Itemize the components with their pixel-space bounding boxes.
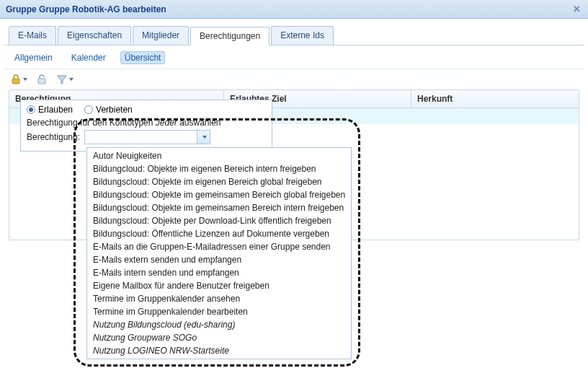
radio-unchecked-icon [84,105,93,114]
dropdown-option[interactable]: Nutzung Groupware SOGo [87,331,351,344]
dropdown-option[interactable]: Nutzung LOGINEO NRW-Startseite [87,344,351,357]
radio-verbieten-label: Verbieten [96,105,133,115]
radio-erlauben-label: Erlauben [38,105,73,115]
dropdown-option[interactable]: Bildungscloud: Objekte im gemeinsamen Be… [87,188,351,201]
subtab-kalender[interactable]: Kalender [67,51,110,64]
dropdown-option[interactable]: Bildungscloud: Objekte im gemeinsamen Be… [87,201,351,214]
tab-berechtigungen[interactable]: Berechtigungen [190,27,270,45]
tab-mitglieder[interactable]: Mitglieder [133,26,189,45]
berechtigung-dropdown-list[interactable]: Autor NeuigkeitenBildungcloud: Objekte i… [86,147,352,359]
dropdown-option[interactable]: Bildungscloud: Öffentliche Lizenzen auf … [87,227,351,240]
dropdown-option[interactable]: E-Mails extern senden und empfangen [87,253,351,266]
close-button[interactable]: ✕ [570,2,584,16]
svg-rect-0 [12,79,19,84]
filter-dropdown[interactable] [56,74,74,85]
dropdown-option[interactable]: Bildungscloud: Objekte im eigenen Bereic… [87,175,351,188]
main-tabstrip: E-Mails Eigenschaften Mitglieder Berecht… [4,26,584,45]
dropdown-option[interactable]: Bildungcloud: Objekte im eigenen Bereich… [87,162,351,175]
caret-down-icon [202,136,207,139]
funnel-icon [56,74,68,85]
dropdown-option[interactable]: Termine im Gruppenkalender ansehen [87,292,351,305]
dropdown-option[interactable]: Termine im Gruppenkalender bearbeiten [87,305,351,318]
dropdown-option[interactable]: E-Mails intern senden und empfangen [87,266,351,279]
toolbar [4,69,584,89]
berechtigung-label: Berechtigung: [27,132,80,142]
typeline-suffix: auswählen [177,118,221,128]
radio-verbieten[interactable]: Verbieten [84,105,133,115]
dropdown-option[interactable]: E-Mails an die Gruppen-E-Mailadressen ei… [87,240,351,253]
tab-eigenschaften[interactable]: Eigenschaften [58,26,131,45]
window-title: Gruppe Gruppe Robotik-AG bearbeiten [6,4,166,14]
dropdown-option[interactable]: Autor Neuigkeiten [87,149,351,162]
sub-tabstrip: Allgemein Kalender Übersicht [4,45,584,69]
dropdown-option[interactable]: Bildungscloud: Objekte per Download-Link… [87,214,351,227]
radio-group: Erlauben Verbieten [27,105,266,115]
dropdown-option[interactable]: Eigene Mailbox für andere Benutzer freig… [87,279,351,292]
berechtigung-combobox[interactable] [84,130,210,144]
dropdown-option[interactable]: Nutzung Bildungscloud (edu-sharing) [87,318,351,331]
window-titlebar: Gruppe Gruppe Robotik-AG bearbeiten ✕ [0,0,588,19]
account-type-line: Berechtigung für den Kontotypen Jeder au… [27,118,266,128]
berechtigung-row: Berechtigung: [27,130,266,144]
lock-open-icon[interactable] [36,74,48,85]
caret-down-icon [69,78,74,81]
combobox-trigger[interactable] [197,131,210,144]
typeline-prefix: Berechtigung für den Kontotypen [27,118,156,128]
tab-emails[interactable]: E-Mails [9,26,56,45]
lock-gold-dropdown[interactable] [10,74,27,85]
svg-rect-1 [38,79,45,84]
lock-gold-icon [10,74,22,85]
subtab-uebersicht[interactable]: Übersicht [120,51,166,64]
caret-down-icon [23,78,27,81]
cell-herkunft [411,108,579,124]
radio-erlauben[interactable]: Erlauben [27,105,73,115]
radio-checked-icon [27,105,35,114]
permission-editor-popup: Erlauben Verbieten Berechtigung für den … [20,100,272,152]
column-header-herkunft[interactable]: Herkunft [411,90,579,108]
tab-externe-ids[interactable]: Externe Ids [271,26,334,45]
typeline-type: Jeder [156,118,177,128]
subtab-allgemein[interactable]: Allgemein [10,51,57,64]
